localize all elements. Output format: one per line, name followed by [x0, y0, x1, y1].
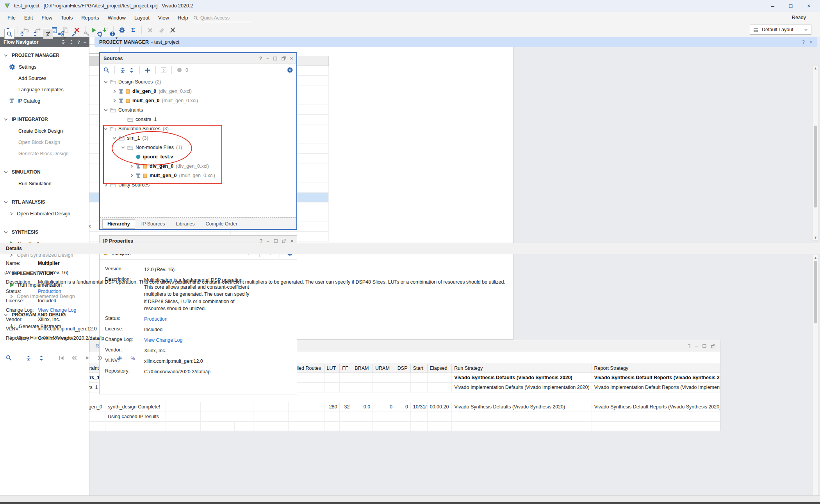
tree-item-mult_gen_0[interactable]: mult_gen_0 (mult_gen_0.xci) [100, 96, 296, 105]
scroll-down-icon[interactable]: ▼ [813, 235, 818, 240]
sidebar-item-ip-catalog[interactable]: IP Catalog [0, 95, 89, 106]
sources-tab-libraries[interactable]: Libraries [171, 220, 200, 228]
dropdown-caret-icon[interactable] [64, 37, 66, 39]
sidebar-section-header[interactable]: SIMULATION [0, 166, 89, 178]
scroll-up-icon[interactable]: ▲ [813, 255, 818, 261]
menu-file[interactable]: File [3, 13, 20, 22]
sidebar-item-add-sources[interactable]: Add Sources [0, 73, 89, 84]
dropdown-caret-icon[interactable] [116, 37, 118, 39]
search-icon[interactable] [103, 67, 109, 73]
expander-open-icon[interactable] [104, 108, 108, 112]
expander-closed-icon[interactable] [130, 164, 134, 168]
sidebar-item-open-elaborated-design[interactable]: Open Elaborated Design [0, 208, 89, 219]
expander-closed-icon[interactable] [112, 89, 116, 93]
tree-item-div_gen_0[interactable]: div_gen_0 (div_gen_0.xci) [100, 161, 296, 171]
tree-item-mult_gen_0[interactable]: mult_gen_0 (mult_gen_0.xci) [100, 171, 296, 180]
details-scrollbar[interactable]: ▲ ▼ [813, 255, 818, 504]
scrollbar-thumb[interactable] [814, 126, 817, 208]
create-run-button[interactable] [115, 353, 125, 363]
chevron-down-icon[interactable] [4, 200, 8, 204]
sidebar-item-language-templates[interactable]: Language Templates [0, 84, 89, 95]
chevron-down-icon[interactable] [4, 117, 8, 121]
menu-window[interactable]: Window [103, 13, 130, 22]
step-forward-button[interactable] [95, 353, 105, 363]
detail-value[interactable]: View Change Log [38, 307, 76, 313]
expand-all-icon[interactable] [69, 40, 74, 44]
sources-tab-compile-order[interactable]: Compile Order [201, 220, 242, 228]
expand-all-button[interactable] [37, 353, 46, 363]
clean-button[interactable] [168, 25, 177, 35]
maximize-icon[interactable] [274, 239, 278, 243]
expander-closed-icon[interactable] [104, 183, 108, 187]
menu-reports[interactable]: Reports [77, 13, 103, 22]
menu-help[interactable]: Help [173, 13, 193, 22]
expander-open-icon[interactable] [104, 80, 108, 84]
sidebar-item-create-block-design[interactable]: Create Block Design [0, 125, 89, 137]
search-button[interactable] [4, 353, 13, 363]
sidebar-section-header[interactable]: SYNTHESIS [0, 226, 89, 238]
chevron-down-icon[interactable] [4, 170, 8, 174]
sidebar-section-header[interactable]: RTL ANALYSIS [0, 196, 89, 208]
help-icon[interactable]: ? [802, 39, 805, 45]
chevron-down-icon[interactable] [4, 53, 8, 57]
help-icon[interactable]: ? [77, 40, 80, 44]
sidebar-item-run-simulation[interactable]: Run Simulation [0, 178, 89, 189]
catalog-scrollbar[interactable]: ▲ ▼ [813, 65, 818, 241]
tree-item-design-sources[interactable]: Design Sources (2) [100, 77, 296, 87]
customize-button[interactable] [69, 29, 79, 39]
chevron-down-icon[interactable] [4, 230, 8, 234]
quick-access-search[interactable]: Quick Access [193, 14, 252, 22]
maximize-window-icon[interactable]: □ [782, 0, 800, 12]
tree-item-non-module-files[interactable]: Non-module Files (1) [100, 143, 296, 152]
close-window-icon[interactable]: × [800, 0, 818, 12]
group-by-hierarchy-button[interactable] [56, 29, 66, 39]
minimize-window-icon[interactable]: – [764, 0, 782, 12]
menu-tools[interactable]: Tools [57, 13, 77, 22]
tree-item-simulation-sources[interactable]: Simulation Sources (3) [100, 124, 296, 133]
minimize-icon[interactable]: – [266, 56, 269, 61]
sidebar-section-header[interactable]: PROJECT MANAGER [0, 50, 89, 61]
expander-open-icon[interactable] [121, 146, 125, 149]
collapse-all-icon[interactable] [61, 40, 66, 44]
sources-tab-ip-sources[interactable]: IP Sources [137, 220, 170, 228]
tree-item-constraints[interactable]: Constraints [100, 105, 296, 115]
sources-tab-hierarchy[interactable]: Hierarchy [102, 219, 135, 229]
scroll-up-icon[interactable]: ▲ [813, 66, 818, 71]
tree-item-utility-sources[interactable]: Utility Sources [100, 180, 296, 190]
settings-gear-icon[interactable] [287, 67, 293, 73]
help-box-icon[interactable]: ? [161, 67, 166, 73]
detail-value[interactable]: Production [38, 289, 61, 294]
sidebar-item-settings[interactable]: Settings [0, 61, 89, 73]
menu-view[interactable]: View [154, 13, 173, 22]
filter-button[interactable] [43, 29, 53, 39]
expander-closed-icon[interactable] [112, 99, 116, 103]
float-icon[interactable] [282, 56, 286, 60]
tree-item-div_gen_0[interactable]: div_gen_0 (div_gen_0.xci) [100, 87, 296, 96]
expander-closed-icon[interactable] [130, 174, 134, 177]
collapse-all-button[interactable] [24, 353, 33, 363]
step-to-first-button[interactable] [57, 353, 66, 363]
layout-selector[interactable]: Default Layout [750, 25, 811, 35]
close-icon[interactable]: × [290, 56, 293, 61]
scrollbar-thumb[interactable] [814, 261, 817, 323]
expander-open-icon[interactable] [104, 127, 108, 131]
step-back-button[interactable] [70, 353, 79, 363]
expand-all-button[interactable] [30, 29, 40, 39]
sidebar-section-header[interactable]: IP INTEGRATOR [0, 114, 89, 125]
close-icon[interactable]: × [809, 39, 812, 45]
ip-details-button[interactable] [107, 29, 118, 39]
expander-open-icon[interactable] [112, 136, 116, 140]
search-button[interactable] [4, 29, 14, 39]
expand-all-icon[interactable] [129, 67, 134, 73]
report-button[interactable]: Σ [128, 25, 138, 35]
maximize-icon[interactable] [273, 57, 277, 60]
tree-item-constrs_1[interactable]: constrs_1 [100, 115, 296, 124]
add-repository-button[interactable] [94, 29, 105, 39]
utilization-button[interactable]: % [128, 353, 137, 363]
settings-button[interactable] [117, 25, 127, 35]
menu-layout[interactable]: Layout [130, 13, 154, 22]
tree-item-ipcore_test.v[interactable]: ipcore_test.v [100, 152, 296, 161]
minimize-icon[interactable]: – [84, 40, 86, 44]
tree-item-sim_1[interactable]: sim_1 (3) [100, 133, 296, 143]
resume-button[interactable] [82, 353, 92, 363]
